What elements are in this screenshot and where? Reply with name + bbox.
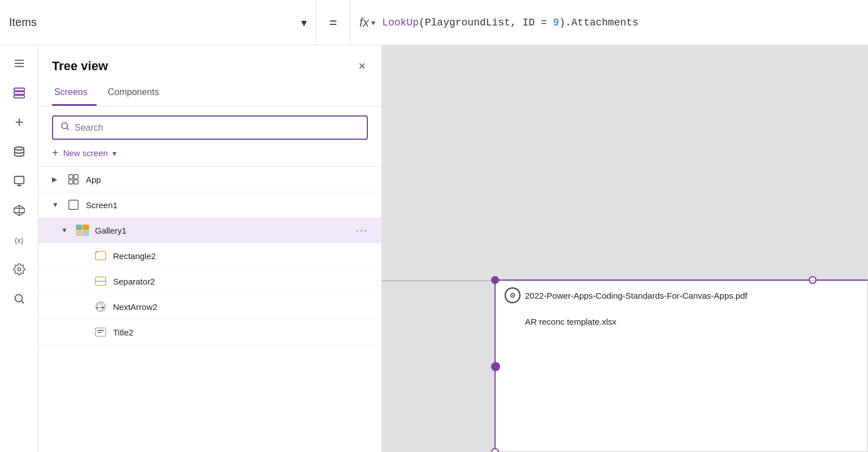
more-options-icon[interactable]: ··· — [356, 225, 368, 236]
data-icon[interactable] — [6, 138, 33, 165]
title-icon — [93, 325, 108, 339]
hamburger-icon[interactable] — [6, 50, 33, 77]
pdf-file-icon: ⊙ — [505, 287, 520, 303]
file-item-xlsx: AR reconc template.xlsx — [496, 310, 867, 333]
screen-icon — [66, 198, 81, 212]
selection-handle-bottomleft[interactable] — [491, 448, 499, 452]
file-item-pdf: ⊙ 2022-Power-Apps-Coding-Standards-For-C… — [496, 281, 867, 310]
gallery-icon — [75, 223, 90, 237]
property-selector[interactable]: Items ▾ — [0, 0, 316, 45]
canvas-area[interactable]: ⊙ 2022-Power-Apps-Coding-Standards-For-C… — [382, 45, 868, 452]
screen1-label: Screen1 — [86, 200, 368, 210]
top-bar: Items ▾ = fx ▾ LookUp(PlaygroundList, ID… — [0, 0, 868, 45]
svg-rect-24 — [74, 180, 78, 184]
variable-icon[interactable]: (x) — [6, 226, 33, 253]
tree-item-title2[interactable]: ▶ Title2 — [38, 320, 381, 345]
property-label: Items — [9, 16, 37, 29]
formula-text[interactable]: LookUp(PlaygroundList, ID = 9).Attachmen… — [382, 17, 639, 28]
tab-components[interactable]: Components — [106, 83, 168, 106]
svg-point-33 — [96, 302, 106, 312]
svg-rect-26 — [76, 225, 81, 230]
components-icon[interactable] — [6, 197, 33, 224]
svg-line-18 — [21, 301, 24, 303]
tree-panel: Tree view × Screens Components + New scr… — [38, 45, 382, 452]
chevron-down-icon: ▾ — [112, 149, 116, 158]
main-layout: (x) Tree view × Screens Components — [0, 45, 868, 452]
search-input[interactable] — [75, 123, 360, 133]
layers-icon[interactable] — [6, 79, 33, 106]
canvas-card: ⊙ 2022-Power-Apps-Coding-Standards-For-C… — [495, 280, 868, 452]
svg-rect-27 — [83, 225, 89, 230]
svg-rect-22 — [74, 175, 78, 179]
title2-label: Title2 — [113, 328, 368, 337]
media-icon[interactable] — [6, 167, 33, 195]
svg-rect-25 — [69, 200, 79, 210]
rectangle2-label: Rectangle2 — [113, 251, 368, 261]
property-dropdown[interactable]: Items ▾ — [9, 16, 307, 29]
tree-item-nextarrow2[interactable]: ▶ NextArrow2 — [38, 294, 381, 320]
new-screen-label: New screen — [63, 148, 108, 158]
svg-point-19 — [62, 123, 68, 129]
nextarrow-icon — [93, 300, 108, 313]
expand-icon: ▶ — [52, 175, 61, 183]
search-box[interactable] — [52, 115, 368, 140]
canvas-grid-line-h — [382, 280, 868, 281]
svg-rect-21 — [69, 175, 73, 179]
separator-icon — [93, 274, 108, 288]
fx-icon: fx ▾ — [359, 15, 375, 30]
tree-item-separator2[interactable]: ▶ Separator2 — [38, 269, 381, 294]
chevron-down-icon: ▾ — [301, 16, 307, 29]
gallery1-label: Gallery1 — [95, 226, 351, 235]
tree-tabs: Screens Components — [38, 76, 381, 106]
app-label: App — [86, 175, 368, 184]
close-button[interactable]: × — [356, 57, 368, 76]
svg-point-17 — [15, 295, 22, 302]
settings-icon[interactable] — [6, 256, 33, 283]
svg-rect-5 — [14, 96, 24, 98]
separator2-label: Separator2 — [113, 277, 368, 286]
svg-rect-4 — [14, 92, 24, 94]
icon-sidebar: (x) — [0, 45, 38, 452]
tree-title: Tree view — [52, 59, 108, 74]
tree-item-gallery1[interactable]: ▼ Gallery1 ··· — [38, 218, 381, 243]
xlsx-filename: AR reconc template.xlsx — [505, 317, 617, 326]
new-screen-button[interactable]: + New screen ▾ — [38, 140, 381, 167]
svg-point-8 — [14, 147, 24, 150]
search-icon — [60, 121, 70, 134]
pdf-filename: 2022-Power-Apps-Coding-Standards-For-Can… — [525, 291, 748, 300]
expand-icon: ▼ — [52, 201, 61, 209]
search-icon[interactable] — [6, 285, 33, 312]
nextarrow2-label: NextArrow2 — [113, 302, 368, 312]
tree-item-app[interactable]: ▶ App — [38, 167, 381, 192]
tree-header: Tree view × — [38, 45, 381, 76]
rectangle-icon — [93, 249, 108, 262]
svg-rect-30 — [96, 252, 106, 260]
svg-rect-3 — [14, 88, 24, 91]
expand-icon: ▼ — [61, 226, 70, 234]
svg-rect-29 — [83, 231, 89, 236]
tree-content: ▶ App ▼ Screen1 ▼ Gallery1 — [38, 167, 381, 452]
formula-bar[interactable]: fx ▾ LookUp(PlaygroundList, ID = 9).Atta… — [350, 15, 868, 30]
svg-rect-9 — [14, 177, 24, 184]
svg-point-34 — [97, 307, 99, 309]
tree-item-screen1[interactable]: ▼ Screen1 — [38, 192, 381, 218]
selection-handle-left[interactable] — [491, 362, 500, 371]
svg-rect-23 — [69, 180, 73, 184]
tree-item-rectangle2[interactable]: ▶ Rectangle2 — [38, 243, 381, 269]
add-icon[interactable] — [6, 109, 33, 136]
app-icon — [66, 173, 81, 186]
svg-point-16 — [18, 268, 21, 271]
plus-icon: + — [52, 147, 59, 160]
svg-rect-35 — [96, 328, 106, 337]
tab-screens[interactable]: Screens — [52, 83, 97, 106]
svg-line-20 — [67, 128, 68, 130]
svg-rect-28 — [76, 231, 81, 236]
equals-sign: = — [316, 0, 350, 45]
